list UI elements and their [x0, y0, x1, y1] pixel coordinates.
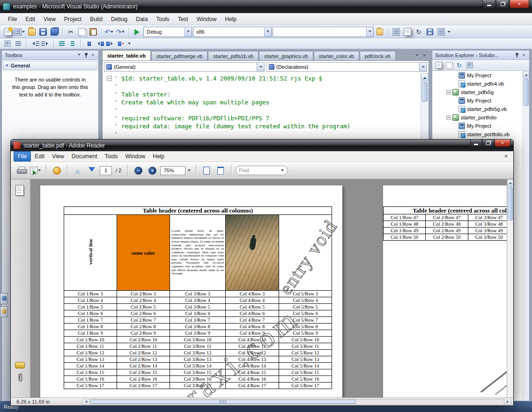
toolbox-pin-button[interactable]	[82, 52, 89, 59]
tree-item[interactable]: My Project	[432, 122, 523, 130]
editor-tab[interactable]: starter_table.vb	[102, 50, 151, 60]
member-dropdown-button[interactable]	[3, 39, 12, 48]
start-debugging-button[interactable]	[132, 27, 142, 37]
view-code-button[interactable]	[465, 61, 474, 70]
word-wrap-button[interactable]	[14, 39, 23, 48]
tree-item[interactable]: My Project	[432, 71, 523, 80]
reader-menu-document[interactable]: Document	[68, 152, 101, 161]
start-page-button[interactable]	[436, 27, 446, 37]
tree-expander[interactable]	[446, 116, 451, 120]
scrollbar-thumb[interactable]	[524, 79, 529, 106]
bookmark-previous-button[interactable]	[95, 39, 104, 48]
solution-explorer-button[interactable]	[391, 27, 401, 37]
undo-button[interactable]: ↶	[104, 27, 115, 37]
combo-dropdown-button[interactable]	[257, 63, 264, 71]
reader-minimize-button[interactable]	[470, 140, 482, 147]
scrollbar-thumb[interactable]	[421, 82, 428, 102]
vs-menu-help[interactable]: Help	[221, 14, 241, 24]
reader-menu-window[interactable]: Window	[122, 152, 149, 161]
tree-item[interactable]: starter_pdfx5g.vb	[432, 105, 523, 113]
tree-item[interactable]: starter_pdfx4.vb	[432, 80, 523, 88]
event-combo[interactable]: (Declarations)	[266, 62, 427, 72]
scrollbar-thumb[interactable]	[90, 400, 356, 404]
solution-configurations-combo[interactable]: Debug	[143, 27, 192, 37]
indent-decrease-button[interactable]	[30, 39, 39, 48]
close-document-button[interactable]: ×	[421, 52, 428, 59]
new-project-button[interactable]	[3, 27, 13, 37]
zoom-level-combo[interactable]: 75%	[160, 166, 185, 175]
export-button[interactable]	[30, 164, 42, 177]
tree-item[interactable]: starter_portfolio.vb	[432, 130, 523, 139]
toolbar-options-arrow[interactable]	[448, 31, 451, 34]
previous-page-button[interactable]	[72, 164, 84, 177]
reader-horizontal-scrollbar[interactable]	[82, 399, 511, 405]
combo-dropdown-button[interactable]	[185, 27, 192, 37]
solution-explorer-scrollbar[interactable]	[523, 71, 529, 401]
reader-document-close-button[interactable]: ×	[502, 153, 510, 160]
editor-tab[interactable]: pdfclock.vb	[360, 51, 396, 60]
single-page-view-button[interactable]	[200, 164, 213, 177]
editor-tab[interactable]: starter_color.vb	[314, 51, 359, 60]
vs-menu-debug[interactable]: Debug	[107, 14, 132, 24]
reader-close-button[interactable]: ×	[495, 140, 510, 147]
attachments-panel-icon[interactable]	[17, 372, 24, 384]
object-browser-button[interactable]: ↻	[414, 27, 424, 37]
reader-vertical-scrollbar[interactable]	[507, 179, 513, 397]
save-button[interactable]	[38, 27, 48, 37]
tree-item[interactable]: My Project	[432, 96, 523, 105]
zoom-dropdown-arrow[interactable]	[188, 169, 191, 173]
show-all-files-button[interactable]	[444, 61, 453, 70]
document-view[interactable]: Table header (centered across all column…	[30, 179, 507, 397]
cut-button[interactable]: ✂	[66, 27, 76, 37]
next-page-button[interactable]	[86, 164, 98, 177]
vs-menu-view[interactable]: View	[39, 14, 60, 24]
vs-close-button[interactable]: ×	[510, 0, 529, 8]
zoom-in-button[interactable]: +	[146, 164, 158, 177]
scroll-up-button[interactable]	[507, 179, 513, 186]
uncomment-button[interactable]	[68, 39, 77, 48]
add-item-button[interactable]	[14, 27, 26, 37]
reader-menu-tools[interactable]: Tools	[101, 152, 122, 161]
autohide-data-sources-icon[interactable]	[0, 306, 8, 317]
find-combo[interactable]	[273, 27, 374, 37]
indent-increase-button[interactable]	[41, 39, 50, 48]
vs-menu-edit[interactable]: Edit	[21, 14, 39, 24]
editor-tab[interactable]: starter_pdfmerge.vb	[151, 51, 207, 60]
reader-maximize-button[interactable]	[482, 140, 494, 147]
active-files-dropdown-button[interactable]	[413, 52, 420, 59]
collaborate-button[interactable]	[51, 164, 63, 177]
solution-explorer-header[interactable]: Solution Explorer - Solutio... ×	[432, 51, 529, 60]
object-combo[interactable]: (General)	[104, 62, 265, 72]
reader-menu-edit[interactable]: Edit	[31, 152, 48, 161]
reader-menu-file[interactable]: File	[14, 151, 31, 162]
bookmark-next-button[interactable]	[106, 39, 115, 48]
find-dropdown-arrow[interactable]	[281, 169, 284, 173]
bookmark-toggle-button[interactable]	[84, 39, 94, 48]
comments-panel-icon[interactable]	[15, 362, 25, 368]
scroll-up-button[interactable]	[523, 71, 529, 78]
vs-menu-tools[interactable]: Tools	[152, 14, 174, 24]
fold-collapse-box[interactable]	[107, 76, 112, 81]
reader-titlebar[interactable]: starter_table.pdf - Adobe Reader ×	[11, 140, 513, 151]
zoom-out-button[interactable]: −	[132, 164, 144, 177]
autohide-server-explorer-icon[interactable]	[0, 293, 8, 304]
reader-menu-view[interactable]: View	[48, 152, 68, 161]
vs-menu-test[interactable]: Test	[174, 14, 192, 24]
scrollbar-thumb[interactable]	[508, 187, 513, 221]
find-input[interactable]: Find	[236, 166, 288, 175]
tree-item[interactable]: starter_pdfx5g	[432, 88, 523, 96]
editor-tab[interactable]: starter_pdfa1b.vb	[208, 51, 259, 60]
combo-dropdown-button[interactable]	[366, 27, 373, 37]
vs-menu-window[interactable]: Window	[192, 14, 221, 24]
toolbox-button[interactable]	[425, 27, 435, 37]
solution-explorer-pin-button[interactable]	[513, 52, 520, 59]
paste-button[interactable]	[88, 27, 98, 37]
save-all-button[interactable]	[49, 27, 59, 37]
toolbox-group-general[interactable]: General	[3, 61, 97, 70]
continuous-view-button[interactable]	[214, 164, 227, 177]
find-in-files-button[interactable]	[375, 27, 385, 37]
redo-button[interactable]: ↷	[116, 27, 126, 37]
reader-menu-help[interactable]: Help	[149, 152, 168, 161]
scroll-left-button[interactable]	[82, 399, 89, 405]
editor-tab[interactable]: starter_graphics.vb	[259, 51, 313, 60]
